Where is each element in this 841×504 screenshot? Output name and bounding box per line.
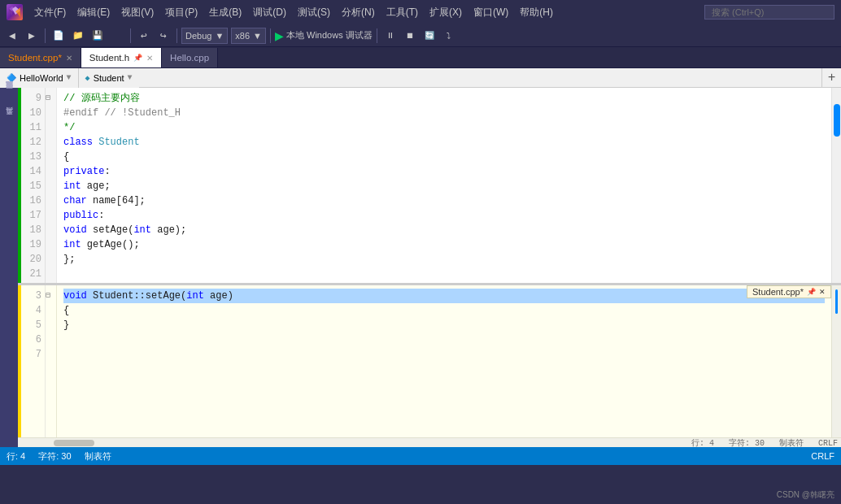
top-pane-scrollbar[interactable] <box>831 88 841 283</box>
toolbar-open-btn[interactable]: 📁 <box>69 27 87 45</box>
code-line-22: int getAge(); <box>63 237 825 252</box>
bottom-line-numbers: 34567 <box>21 285 46 437</box>
bottom-h-scrollbar[interactable]: 行: 4 字符: 30 制表符 CRLF <box>18 437 841 447</box>
toolbar-breakpoint-btn[interactable]: ⏸ <box>381 27 399 45</box>
code-line-12: */ <box>63 120 825 135</box>
project-name: HelloWorld <box>20 73 63 83</box>
tab-student-h-label: Student.h <box>89 53 129 63</box>
toolbar-sep-4 <box>270 28 271 43</box>
tab-pin-icon[interactable]: 📌 <box>133 54 142 62</box>
left-sidebar: 源视图资源管理器 工具箱 <box>0 88 18 447</box>
menu-analyze[interactable]: 分析(N) <box>337 4 380 21</box>
top-pane: 910111213 1415161718 1920212223 ⊟ // 源码主… <box>18 88 841 283</box>
file-dropdown-icon[interactable]: ▼ <box>67 73 72 82</box>
toolbar-sep-3 <box>176 28 177 43</box>
code-line-21: void setAge(int age); <box>63 223 825 237</box>
code-line-14: class Student <box>63 135 825 150</box>
main-area: 源视图资源管理器 工具箱 910111213 1415161718 192021… <box>0 88 841 447</box>
bottom-pane-scrollbar[interactable] <box>831 285 841 437</box>
sidebar-toolbox[interactable]: 工具箱 <box>2 117 16 124</box>
watermark: CSDN @韩曙亮 <box>777 489 834 501</box>
bottom-pane-pin-icon[interactable]: 📌 <box>807 288 816 296</box>
tab-hello-cpp-label: Hello.cpp <box>170 53 209 63</box>
toolbar-back-btn[interactable]: ◀ <box>3 27 21 45</box>
toolbar-sep-5 <box>377 28 377 43</box>
file-selector-bar: 🔷 HelloWorld ▼ ◆ Student ▼ + <box>0 68 841 88</box>
toolbar-stop-btn[interactable]: ⏹ <box>401 27 419 45</box>
code-line-16: private: <box>63 164 825 179</box>
status-indent: 制表符 <box>85 450 111 463</box>
class-dropdown-icon[interactable]: ▼ <box>128 73 133 82</box>
tab-hello-cpp[interactable]: Hello.cpp <box>162 48 218 67</box>
menu-extensions[interactable]: 扩展(X) <box>425 4 467 21</box>
status-bar: 行: 4 字符: 30 制表符 CRLF <box>0 447 841 465</box>
class-selector[interactable]: ◆ Student ▼ <box>79 68 139 88</box>
bottom-code-line-6: } <box>63 318 825 332</box>
tab-student-cpp[interactable]: Student.cpp* ✕ <box>0 48 81 67</box>
scroll-position: 行: 4 字符: 30 制表符 CRLF <box>691 437 841 448</box>
code-line-11: #endif // !Student_H <box>63 106 825 120</box>
menu-test[interactable]: 测试(S) <box>293 4 335 21</box>
status-encoding: CRLF <box>811 451 834 461</box>
arch-dropdown[interactable]: x86 ▼ <box>231 28 266 44</box>
toolbar-save-all-btn[interactable] <box>108 27 126 45</box>
menu-project[interactable]: 项目(P) <box>160 4 203 21</box>
menu-build[interactable]: 生成(B) <box>204 4 246 21</box>
toolbar-save-btn[interactable]: 💾 <box>89 27 107 45</box>
tab-student-cpp-close[interactable]: ✕ <box>66 54 72 63</box>
bottom-pane-close-icon[interactable]: ✕ <box>819 288 826 296</box>
status-row: 行: 4 <box>7 450 25 463</box>
bottom-code-line-5: { <box>63 303 825 318</box>
tab-student-cpp-label: Student.cpp* <box>8 53 62 63</box>
toolbar-sep-1 <box>45 28 46 43</box>
menu-tools[interactable]: 工具(T) <box>381 4 423 21</box>
toolbar-undo-btn[interactable]: ↩ <box>135 27 153 45</box>
top-pane-scrollbar-thumb <box>834 104 840 137</box>
tab-student-h[interactable]: Student.h 📌 ✕ <box>81 48 162 67</box>
code-line-20: public: <box>63 208 825 223</box>
bottom-collapse-gutter: ⊟ <box>46 285 57 437</box>
toolbar-new-btn[interactable]: 📄 <box>50 27 68 45</box>
menu-edit[interactable]: 编辑(E) <box>72 4 115 21</box>
menu-view[interactable]: 视图(V) <box>116 4 159 21</box>
bottom-pane-tab-label: Student.cpp* <box>752 287 804 297</box>
menu-bar: 文件(F) 编辑(E) 视图(V) 项目(P) 生成(B) 调试(D) 测试(S… <box>29 4 558 21</box>
top-line-numbers: 910111213 1415161718 1920212223 <box>21 88 46 283</box>
bottom-code-content[interactable]: void Student::setAge(int age) { } <box>57 285 831 437</box>
menu-window[interactable]: 窗口(W) <box>468 4 513 21</box>
search-input[interactable] <box>704 5 834 20</box>
bottom-pane-scrollbar-thumb <box>835 289 838 314</box>
title-bar: 文件(F) 编辑(E) 视图(V) 项目(P) 生成(B) 调试(D) 测试(S… <box>0 0 841 24</box>
top-code-content[interactable]: // 源码主要内容 #endif // !Student_H */ class … <box>57 88 831 283</box>
class-icon: ◆ <box>85 73 90 83</box>
menu-file[interactable]: 文件(F) <box>29 4 71 21</box>
sidebar-source-explorer[interactable]: 源视图资源管理器 <box>2 91 16 98</box>
bottom-code-line-4: void Student::setAge(int age) <box>63 289 825 303</box>
status-right: CRLF <box>811 451 834 461</box>
toolbar-forward-btn[interactable]: ▶ <box>23 27 41 45</box>
bottom-h-scrollbar-thumb <box>54 440 94 446</box>
code-line-9: // 源码主要内容 <box>63 91 825 106</box>
debug-dropdown[interactable]: Debug ▼ <box>181 28 228 44</box>
menu-help[interactable]: 帮助(H) <box>515 4 558 21</box>
toolbar-restart-btn[interactable]: 🔄 <box>420 27 438 45</box>
project-icon: 🔷 <box>7 73 16 83</box>
toolbar-sep-2 <box>130 28 131 43</box>
toolbar-redo-btn[interactable]: ↪ <box>155 27 172 45</box>
code-line-23: }; <box>63 252 825 267</box>
toolbar: ◀ ▶ 📄 📁 💾 ↩ ↪ Debug ▼ x86 ▼ ▶ 本地 Windows… <box>0 24 841 47</box>
tab-bar: Student.cpp* ✕ Student.h 📌 ✕ Hello.cpp <box>0 47 841 68</box>
bottom-pane: Student.cpp* 📌 ✕ 34567 ⊟ <box>18 285 841 447</box>
run-button[interactable]: ▶ 本地 Windows 调试器 <box>275 29 373 42</box>
bottom-pane-tab[interactable]: Student.cpp* 📌 ✕ <box>747 285 831 298</box>
tab-student-h-close[interactable]: ✕ <box>146 54 153 63</box>
expand-button[interactable]: + <box>821 68 841 88</box>
vs-logo <box>7 4 23 20</box>
editor-area: 910111213 1415161718 1920212223 ⊟ // 源码主… <box>18 88 841 447</box>
toolbar-step-btn[interactable]: ⤵ <box>440 27 458 45</box>
class-name: Student <box>94 73 124 83</box>
file-selector[interactable]: 🔷 HelloWorld ▼ <box>0 68 79 88</box>
code-line-17: int age; <box>63 179 825 193</box>
menu-debug[interactable]: 调试(D) <box>248 4 291 21</box>
status-col: 字符: 30 <box>38 450 71 463</box>
